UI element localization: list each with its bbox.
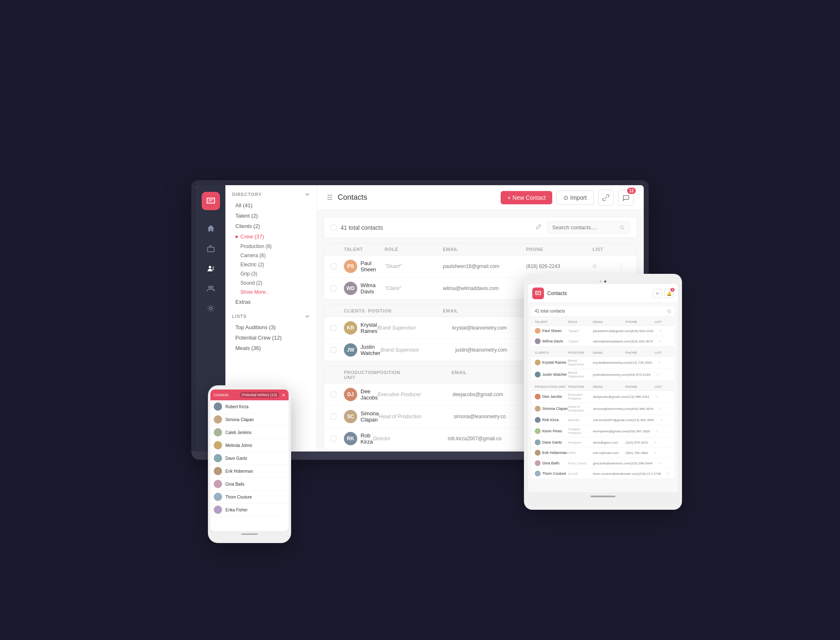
tablet-list-icon[interactable]: ≡ bbox=[660, 329, 674, 333]
tablet-table-row[interactable]: Paul Sheen "Stuart" paulsheen18@gmail.co… bbox=[531, 326, 674, 336]
lists-header: LISTS bbox=[232, 314, 310, 319]
talent-role-col: ROLE bbox=[385, 247, 443, 252]
row-checkbox[interactable] bbox=[331, 392, 336, 397]
tablet-avatar bbox=[535, 450, 541, 456]
tablet-notification-btn[interactable]: 🔔 3 bbox=[665, 289, 674, 298]
list-icon[interactable]: ≡ bbox=[593, 263, 618, 270]
list-item[interactable]: Simona Clapan bbox=[210, 413, 289, 426]
tablet-table-row[interactable]: Justin Watcher Brand Supervisor justin@l… bbox=[531, 369, 674, 381]
list-item[interactable]: Robert Kirza bbox=[210, 400, 289, 413]
list-item[interactable]: Melinda Johns bbox=[210, 439, 289, 452]
row-checkbox[interactable] bbox=[331, 436, 336, 442]
person-name: Robert Kirza bbox=[225, 404, 249, 409]
avatar bbox=[214, 493, 222, 501]
sidebar-camera[interactable]: Camera (8) bbox=[232, 251, 310, 260]
phone-top-bar: Contacts Potential Writers (13) ✕ bbox=[210, 389, 289, 400]
tablet-table-row[interactable]: Simona Clapan Head of Production simona@… bbox=[531, 403, 674, 415]
avatar: KR bbox=[344, 321, 357, 335]
page-title: Contacts bbox=[338, 193, 367, 202]
tablet-list-icon[interactable]: ≡ bbox=[657, 373, 673, 377]
more-icon[interactable]: ⋮ bbox=[618, 262, 630, 271]
tablet-list-icon[interactable]: ≡ bbox=[656, 395, 672, 399]
sidebar-electric[interactable]: Electric (2) bbox=[232, 260, 310, 269]
sidebar-grip[interactable]: Grip (3) bbox=[232, 269, 310, 278]
svg-point-6 bbox=[211, 286, 213, 288]
list-item[interactable]: Erik Hoberman bbox=[210, 465, 289, 478]
tablet-table-row[interactable]: Erik Hoberman UPM erik.h@holie.com (562)… bbox=[531, 448, 674, 458]
contact-name-cell: SC Simona Clapan bbox=[344, 410, 379, 423]
import-button[interactable]: ⊙ Import bbox=[556, 191, 594, 205]
row-checkbox[interactable] bbox=[331, 414, 336, 419]
sidebar-crew[interactable]: Crew (37) bbox=[232, 231, 310, 242]
search-input[interactable] bbox=[552, 224, 616, 231]
tablet-contact-name: Dee Jacobs bbox=[535, 394, 568, 399]
row-checkbox[interactable] bbox=[331, 347, 336, 353]
tablet-contact-name: Kevin Pines bbox=[535, 428, 568, 434]
nav-briefcase-icon[interactable] bbox=[203, 240, 219, 257]
sidebar-talent[interactable]: Talent (2) bbox=[232, 211, 310, 221]
row-checkbox[interactable] bbox=[331, 263, 336, 269]
tablet-list-icon[interactable]: ≡ bbox=[659, 361, 674, 365]
list-item[interactable]: Erika Fisher bbox=[210, 504, 289, 516]
nav-home-icon[interactable] bbox=[203, 220, 219, 237]
tablet-home-indicator bbox=[590, 496, 615, 497]
tablet-list-icon[interactable]: ≡ bbox=[661, 418, 674, 422]
nav-team-icon[interactable] bbox=[203, 280, 219, 297]
tablet-edit-btn[interactable]: ✏ bbox=[653, 289, 662, 298]
tablet-list-icon[interactable]: ≡ bbox=[655, 441, 671, 444]
nav-contacts-icon[interactable] bbox=[203, 260, 219, 277]
menu-icon[interactable]: ☰ bbox=[327, 193, 333, 201]
tablet-list-icon[interactable]: ≡ bbox=[657, 429, 673, 433]
sidebar-top-auditions[interactable]: Top Auditions (3) bbox=[232, 322, 310, 332]
tablet-list-icon[interactable]: ≡ bbox=[667, 472, 674, 476]
row-checkbox[interactable] bbox=[331, 285, 336, 291]
tablet-col-position: POSITION bbox=[568, 351, 593, 355]
sidebar-potential-crew[interactable]: Potential Crew (12) bbox=[232, 332, 310, 343]
tablet-table-row[interactable]: Krystal Raines Brand Supervisor krystal@… bbox=[531, 357, 674, 369]
tablet-table-row[interactable]: Kevin Pines Creative Producer kevmpines@… bbox=[531, 425, 674, 437]
tablet-list-icon[interactable]: ≡ bbox=[660, 407, 674, 411]
list-item[interactable]: Gina Bails bbox=[210, 478, 289, 491]
tablet-col-list: LIST bbox=[655, 320, 671, 324]
sidebar-all[interactable]: All (41) bbox=[232, 200, 310, 211]
list-item[interactable]: Dave Gantz bbox=[210, 452, 289, 465]
tablet-avatar bbox=[535, 394, 541, 399]
list-item[interactable]: Caleb Jenkins bbox=[210, 426, 289, 439]
tablet-contact-name: Wilma Davis bbox=[535, 338, 568, 344]
sidebar-extras[interactable]: Extras bbox=[232, 297, 310, 307]
phone-close-icon[interactable]: ✕ bbox=[282, 393, 285, 397]
tablet-table-row[interactable]: Gina Bails Prod. Coord. gna.bails@awesmi… bbox=[531, 458, 674, 469]
directory-header: DIRECTORY bbox=[232, 192, 310, 197]
sidebar-clients[interactable]: Clients (2) bbox=[232, 221, 310, 231]
nav-settings-icon[interactable] bbox=[203, 300, 219, 317]
chat-button[interactable]: 12 bbox=[618, 190, 634, 206]
contact-email-cell: krystal@leanometry.com bbox=[452, 325, 535, 331]
link-button[interactable] bbox=[598, 190, 614, 206]
contact-position-cell: Executive Producer bbox=[378, 392, 452, 397]
tablet-col-phone: PHONE bbox=[625, 320, 655, 324]
svg-point-8 bbox=[620, 226, 623, 228]
tablet-table-row[interactable]: Thom Couture 1st AD thom.couture@studioc… bbox=[531, 469, 674, 479]
select-all-checkbox[interactable] bbox=[331, 225, 336, 231]
sidebar-sound[interactable]: Sound (2) bbox=[232, 278, 310, 288]
tablet-list-icon[interactable]: ≡ bbox=[655, 451, 671, 455]
tablet-table-row[interactable]: Dave Gantz Producer dave@ganz.com (310) … bbox=[531, 437, 674, 448]
tablet-col-clients: CLIENTS bbox=[535, 351, 568, 355]
tablet-table-row[interactable]: Wilma Davis "Claire" wilma@wilmaddavis.c… bbox=[531, 336, 674, 347]
production-email-col: EMAIL bbox=[452, 370, 535, 380]
tablet-list-icon[interactable]: ≡ bbox=[659, 461, 674, 465]
new-contact-button[interactable]: + New Contact bbox=[501, 191, 552, 204]
sidebar-meals[interactable]: Meals (36) bbox=[232, 343, 310, 353]
tablet-col-email: EMAIL bbox=[593, 320, 625, 324]
tablet-table-row[interactable]: Rob Kirza Director rob.kirza2007@gmail.c… bbox=[531, 415, 674, 425]
sidebar-show-more[interactable]: Show More.. bbox=[232, 288, 310, 297]
tablet-list-icon[interactable]: ≡ bbox=[659, 340, 674, 343]
row-checkbox[interactable] bbox=[331, 325, 336, 331]
avatar: WD bbox=[344, 282, 357, 295]
list-item[interactable]: Thom Couture bbox=[210, 491, 289, 504]
top-bar: ☰ Contacts + New Contact ⊙ Import bbox=[317, 185, 644, 210]
tablet-table-row[interactable]: Dee Jacobs Executive Producer deejacobs@… bbox=[531, 391, 674, 403]
person-name: Caleb Jenkins bbox=[225, 430, 252, 435]
sidebar-production[interactable]: Production (8) bbox=[232, 242, 310, 251]
edit-icon[interactable] bbox=[535, 223, 542, 232]
